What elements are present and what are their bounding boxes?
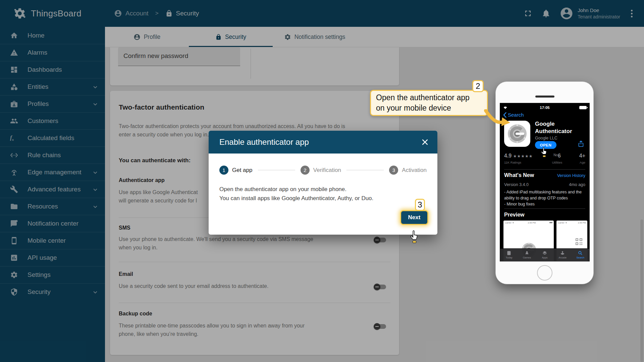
rocket-icon — [525, 251, 529, 255]
stepper: 1 Get app 2 Verification 3 Activation — [219, 166, 427, 175]
whats-new-heading: What's New — [504, 172, 534, 178]
dialog-title: Enable authenticator app — [219, 137, 309, 147]
share-icon[interactable] — [577, 140, 585, 147]
phone-clock: 17:05 — [503, 106, 587, 110]
appstore-tab-bar: Today Games Apps Arcade Search — [500, 248, 589, 261]
tab-search[interactable]: Search — [572, 249, 589, 261]
step-3-circle[interactable]: 3 — [389, 166, 398, 175]
step-connector — [258, 170, 295, 170]
joystick-icon — [560, 251, 565, 255]
divider — [504, 169, 585, 170]
battery-icon — [579, 106, 587, 109]
app-developer: Google LLC — [535, 136, 557, 140]
release-notes: - Added iPad multitasking features and t… — [504, 189, 582, 207]
cursor-pointer-icon — [541, 147, 548, 157]
today-icon — [507, 251, 512, 255]
phone-home-button[interactable] — [537, 265, 552, 281]
tab-games[interactable]: Games — [518, 249, 536, 261]
tab-today[interactable]: Today — [500, 249, 518, 261]
version-age: 4mo ago — [569, 182, 585, 187]
rating-stat: 4.9 ★★★★★ 11K Ratings — [504, 153, 533, 164]
tab-apps[interactable]: Apps — [536, 249, 553, 261]
step-1-label[interactable]: Get app — [232, 167, 253, 174]
tutorial-step-2-badge: 2 — [472, 80, 484, 92]
stars-icon: ★★★★★ — [513, 154, 533, 159]
app-title: GoogleAuthenticator — [535, 120, 572, 135]
close-icon[interactable] — [420, 137, 430, 147]
step-connector — [346, 170, 384, 170]
step-2-circle[interactable]: 2 — [301, 166, 310, 175]
enable-authenticator-dialog: Enable authenticator app 1 Get app 2 Ver… — [209, 131, 437, 235]
phone-speaker — [535, 96, 554, 98]
next-button[interactable]: Next — [400, 210, 428, 225]
phone-status-bar: 17:05 — [503, 105, 587, 110]
step-2-label[interactable]: Verification — [313, 167, 341, 174]
age-stat: 4+ Age — [579, 153, 585, 164]
layers-icon — [542, 251, 547, 255]
version-history-link[interactable]: Version History — [557, 173, 585, 178]
callout-arrow — [484, 109, 512, 129]
dialog-body-text: Open the authenticator app on your mobil… — [219, 185, 427, 203]
dialog-header: Enable authenticator app — [209, 131, 437, 154]
qr-code-icon — [575, 238, 583, 245]
search-icon — [578, 251, 583, 255]
tutorial-callout: Open the authenticator appon your mobile… — [370, 90, 488, 116]
phone-screen: 17:05 Search GoogleAuthenticator Google … — [500, 103, 590, 261]
tab-arcade[interactable]: Arcade — [554, 249, 572, 261]
rank-stat: No6 Utilities — [547, 153, 567, 164]
tutorial-step-3-badge: 3 — [415, 199, 425, 211]
preview-heading: Preview — [504, 212, 524, 218]
step-3-label[interactable]: Activation — [402, 167, 427, 174]
step-1-circle[interactable]: 1 — [219, 166, 228, 175]
cursor-pointer-icon — [410, 230, 419, 242]
divider — [504, 208, 585, 209]
version-label: Version 3.4.0 — [504, 182, 529, 187]
